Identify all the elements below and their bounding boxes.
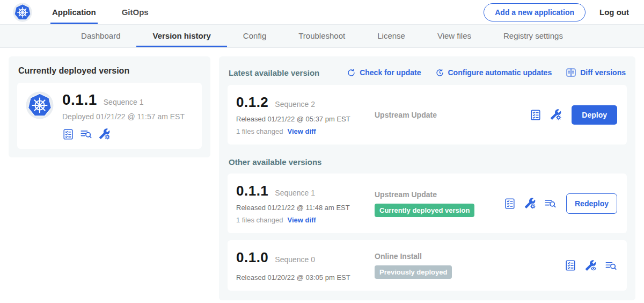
tab-application[interactable]: Application xyxy=(50,0,98,24)
diff-versions-label: Diff versions xyxy=(580,68,626,77)
other-versions-title: Other available versions xyxy=(229,157,626,167)
subtab-troubleshoot[interactable]: Troubleshoot xyxy=(282,25,361,47)
previously-deployed-badge: Previously deployed xyxy=(375,265,452,279)
version-number: 0.1.1 xyxy=(236,183,268,199)
subtab-version-history[interactable]: Version history xyxy=(136,25,226,47)
deploy-logs-icon[interactable] xyxy=(80,128,92,140)
subtab-config[interactable]: Config xyxy=(227,25,282,47)
deploy-logs-icon[interactable] xyxy=(544,197,557,210)
diff-icon xyxy=(566,67,576,78)
logout-link[interactable]: Log out xyxy=(599,8,629,17)
edit-config-icon[interactable] xyxy=(98,128,111,140)
tab-gitops[interactable]: GitOps xyxy=(120,0,150,24)
kubernetes-app-icon xyxy=(26,91,54,140)
main-content: Currently deployed version 0.1.1 Sequenc… xyxy=(0,48,644,303)
redeploy-button[interactable]: Redeploy xyxy=(566,193,617,214)
files-changed-label: 1 files changed xyxy=(236,127,283,135)
edit-config-icon[interactable] xyxy=(524,197,536,210)
header-right: Add a new application Log out xyxy=(484,0,629,24)
configure-automatic-updates-link[interactable]: Configure automatic updates xyxy=(435,68,552,77)
app-header: Application GitOps Add a new application… xyxy=(0,0,644,25)
subtab-license[interactable]: License xyxy=(361,25,421,47)
add-application-button[interactable]: Add a new application xyxy=(484,3,586,21)
version-source-label: Online Install xyxy=(375,252,565,261)
deployed-version-card: 0.1.1 Sequence 1 Deployed 01/21/22 @ 11:… xyxy=(17,83,202,149)
subtab-dashboard[interactable]: Dashboard xyxy=(65,25,136,47)
deploy-logs-icon[interactable] xyxy=(605,259,617,272)
deploy-button[interactable]: Deploy xyxy=(572,105,617,125)
latest-available-title: Latest available version xyxy=(229,68,319,77)
check-for-update-link[interactable]: Check for update xyxy=(347,68,421,77)
release-notes-icon[interactable] xyxy=(62,128,74,140)
subtab-registry-settings[interactable]: Registry settings xyxy=(487,25,579,47)
deployed-version-number: 0.1.1 xyxy=(62,91,97,109)
header-tabs: Application GitOps xyxy=(50,0,173,24)
released-timestamp: Released 01/20/22 @ 03:05 pm EST xyxy=(236,273,375,282)
view-diff-link[interactable]: View diff xyxy=(287,216,316,224)
subtab-view-files[interactable]: View files xyxy=(421,25,487,47)
deployed-card-title: Currently deployed version xyxy=(18,66,202,76)
panel-actions: Check for update Configure automatic upd… xyxy=(347,67,626,78)
version-row: 0.1.2 Sequence 2 Released 01/21/22 @ 05:… xyxy=(228,85,627,145)
release-notes-icon[interactable] xyxy=(504,198,516,210)
configure-automatic-updates-label: Configure automatic updates xyxy=(448,68,552,77)
released-timestamp: Released 01/21/22 @ 05:37 pm EST xyxy=(236,115,375,123)
released-timestamp: Released 01/21/22 @ 11:48 am EST xyxy=(236,204,375,212)
app-logo xyxy=(13,0,32,24)
app-subnav: Dashboard Version history Config Trouble… xyxy=(0,25,644,48)
version-row: 0.1.1 Sequence 1 Released 01/21/22 @ 11:… xyxy=(228,174,627,233)
refresh-icon xyxy=(347,68,356,77)
check-for-update-label: Check for update xyxy=(360,68,421,77)
version-row: 0.1.0 Sequence 0 Released 01/20/22 @ 03:… xyxy=(228,240,627,291)
release-notes-icon[interactable] xyxy=(565,259,576,271)
version-number: 0.1.2 xyxy=(236,94,268,111)
deployed-timestamp: Deployed 01/21/22 @ 11:57 am EST xyxy=(62,112,185,121)
sequence-label: Sequence 2 xyxy=(275,100,315,109)
view-config-icon[interactable] xyxy=(584,259,597,272)
version-source-label: Upstream Update xyxy=(375,111,530,119)
edit-config-icon[interactable] xyxy=(550,109,562,121)
deployed-sequence-label: Sequence 1 xyxy=(104,98,144,106)
version-source-label: Upstream Update xyxy=(375,190,504,199)
kubernetes-logo-icon xyxy=(13,3,32,22)
files-changed-label: 1 files changed xyxy=(236,216,283,224)
view-diff-link[interactable]: View diff xyxy=(287,127,316,135)
currently-deployed-card: Currently deployed version 0.1.1 Sequenc… xyxy=(9,56,210,157)
schedule-refresh-icon xyxy=(435,68,444,77)
version-number: 0.1.0 xyxy=(236,249,268,266)
version-history-panel: Latest available version Check for updat… xyxy=(219,56,635,300)
diff-versions-link[interactable]: Diff versions xyxy=(566,67,626,78)
sequence-label: Sequence 1 xyxy=(275,189,315,197)
sequence-label: Sequence 0 xyxy=(275,255,315,264)
release-notes-icon[interactable] xyxy=(530,109,541,121)
currently-deployed-badge: Currently deployed version xyxy=(375,204,474,217)
